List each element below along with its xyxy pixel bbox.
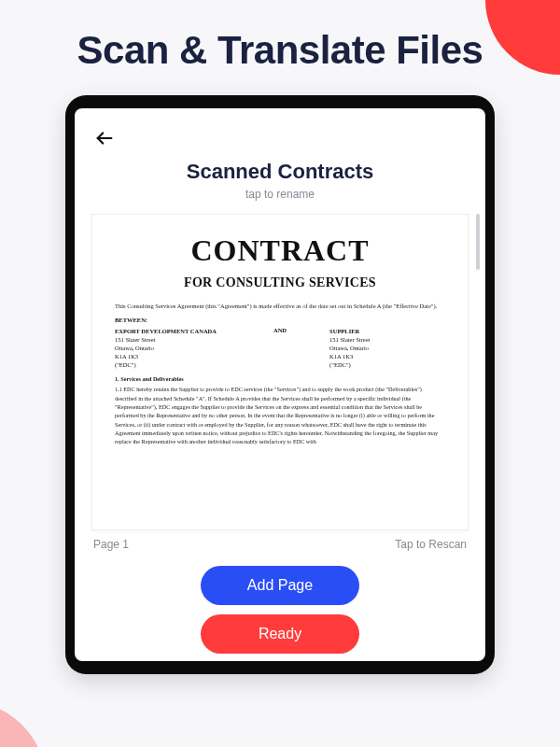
back-button[interactable] bbox=[91, 125, 118, 151]
screen-title: Scanned Contracts bbox=[75, 160, 485, 184]
section-title: 1. Services and Deliverables bbox=[115, 374, 445, 383]
party-a: EXPORT DEVELOPMENT CANADA 151 Slater Str… bbox=[115, 327, 231, 369]
page-label: Page 1 bbox=[93, 538, 129, 551]
party-b-line: ("EDC") bbox=[329, 360, 445, 369]
party-b-name: SUPPLIER bbox=[329, 327, 445, 335]
rescan-label[interactable]: Tap to Rescan bbox=[395, 538, 467, 551]
document-body: 1. Services and Deliverables 1.1 EDC her… bbox=[115, 374, 445, 445]
party-a-line: Ottawa, Ontario bbox=[115, 344, 231, 352]
ready-button[interactable]: Ready bbox=[201, 614, 359, 654]
party-b-line: Ottawa, Ontario bbox=[329, 344, 445, 352]
document-subheading: FOR CONSULTING SERVICES bbox=[115, 275, 445, 290]
scroll-indicator[interactable] bbox=[476, 214, 480, 270]
document-intro: This Consulting Services Agreement (this… bbox=[115, 302, 445, 310]
party-b-line: 151 Slater Street bbox=[329, 335, 445, 344]
tablet-frame: Scanned Contracts tap to rename CONTRACT… bbox=[65, 95, 495, 674]
tablet-screen: Scanned Contracts tap to rename CONTRACT… bbox=[75, 108, 485, 661]
party-a-line: K1A 1K3 bbox=[115, 352, 231, 360]
party-a-name: EXPORT DEVELOPMENT CANADA bbox=[115, 327, 231, 335]
arrow-left-icon bbox=[94, 128, 115, 148]
screen-subtitle: tap to rename bbox=[75, 188, 485, 201]
document-heading: CONTRACT bbox=[115, 233, 445, 268]
topbar bbox=[75, 108, 485, 158]
party-b-line: K1A 1K3 bbox=[329, 352, 445, 360]
section-body: 1.1 EDC hereby retains the Supplier to p… bbox=[115, 385, 445, 445]
between-label: BETWEEN: bbox=[115, 317, 445, 323]
party-a-line: ("EDC") bbox=[115, 360, 231, 369]
title-block[interactable]: Scanned Contracts tap to rename bbox=[75, 158, 485, 214]
party-b: SUPPLIER 151 Slater Street Ottawa, Ontar… bbox=[329, 327, 445, 369]
and-label: AND bbox=[247, 327, 314, 369]
document-footer: Page 1 Tap to Rescan bbox=[91, 530, 469, 566]
parties-row: EXPORT DEVELOPMENT CANADA 151 Slater Str… bbox=[115, 327, 445, 369]
add-page-button[interactable]: Add Page bbox=[201, 566, 359, 605]
action-buttons: Add Page Ready bbox=[91, 566, 469, 661]
document-area: CONTRACT FOR CONSULTING SERVICES This Co… bbox=[75, 214, 485, 661]
hero-title: Scan & Translate Files bbox=[0, 0, 560, 90]
decor-circle-bottom bbox=[0, 700, 47, 747]
scanned-document[interactable]: CONTRACT FOR CONSULTING SERVICES This Co… bbox=[91, 214, 469, 530]
party-a-line: 151 Slater Street bbox=[115, 335, 231, 344]
